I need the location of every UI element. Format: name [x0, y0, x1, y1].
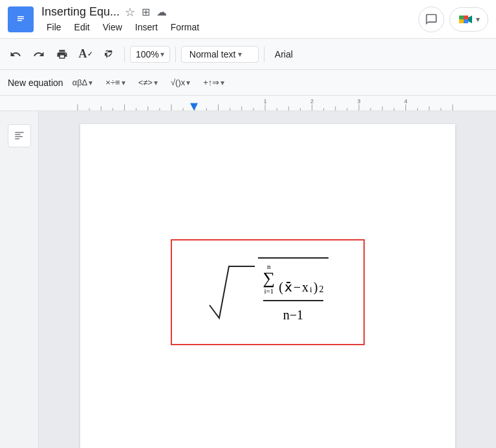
doc-title-text: Inserting Equ... [41, 5, 120, 19]
outline-icon[interactable] [8, 124, 31, 147]
folder-icon[interactable]: ⊞ [142, 6, 150, 18]
main-area: n ∑ i=1 ( x̄ − x i ) [0, 111, 496, 448]
print-button[interactable] [52, 44, 72, 65]
math-chevron: ▾ [186, 78, 190, 87]
cloud-icon[interactable]: ☁ [156, 6, 167, 18]
meet-chevron: ▾ [476, 15, 480, 24]
separator-3 [264, 47, 264, 62]
svg-rect-2 [17, 18, 24, 19]
svg-rect-12 [15, 136, 23, 137]
separator-2 [175, 47, 176, 62]
svg-marker-5 [468, 16, 472, 23]
menu-file[interactable]: File [41, 21, 67, 34]
svg-rect-1 [17, 16, 24, 17]
menu-bar: File Edit View Insert Format [41, 21, 418, 34]
main-toolbar: A✓ 100% ▾ Normal text ▾ Arial [0, 39, 496, 70]
doc-area: n ∑ i=1 ( x̄ − x i ) [39, 111, 496, 448]
svg-rect-9 [464, 16, 468, 19]
relations-button[interactable]: <≠> ▾ [135, 76, 162, 89]
meet-button[interactable]: ▾ [449, 7, 488, 32]
math-ops-label: √()x [171, 78, 185, 87]
paint-format-button[interactable] [98, 44, 119, 65]
svg-rect-10 [15, 132, 23, 133]
operators-label: ×÷≡ [105, 78, 120, 87]
svg-rect-13 [15, 138, 19, 139]
sqrt-content: n ∑ i=1 ( x̄ − x i ) [258, 257, 329, 327]
fraction: n ∑ i=1 ( x̄ − x i ) [263, 262, 324, 323]
superscript-2: 2 [319, 284, 323, 295]
svg-rect-8 [459, 19, 464, 23]
equation-label: New equation [8, 78, 63, 88]
ruler-canvas [0, 96, 496, 111]
spellcheck-button[interactable]: A✓ [75, 44, 96, 65]
ruler [0, 96, 496, 111]
x-i: x [302, 280, 308, 295]
title-bar: Inserting Equ... ☆ ⊞ ☁ File Edit View In… [0, 0, 496, 39]
doc-page: n ∑ i=1 ( x̄ − x i ) [80, 124, 455, 448]
math-ops-button[interactable]: √()x ▾ [167, 76, 194, 89]
right-icons: ▾ [418, 6, 488, 32]
arrows-button[interactable]: +↑⇒ ▾ [199, 76, 228, 89]
font-selector[interactable]: Arial [270, 47, 298, 62]
operators-button[interactable]: ×÷≡ ▾ [102, 76, 129, 89]
star-icon[interactable]: ☆ [125, 5, 135, 19]
zoom-value: 100% [136, 49, 159, 59]
op-chevron: ▾ [122, 78, 125, 87]
svg-rect-3 [17, 20, 22, 21]
redo-button[interactable] [28, 44, 49, 65]
zoom-chevron: ▾ [160, 50, 164, 59]
sigma: ∑ [263, 270, 275, 287]
separator-1 [124, 47, 125, 62]
svg-rect-6 [459, 16, 464, 19]
x-bar: x̄ [285, 279, 292, 295]
menu-view[interactable]: View [98, 21, 127, 34]
svg-rect-7 [464, 19, 468, 23]
menu-format[interactable]: Format [166, 21, 204, 34]
arrows-label: +↑⇒ [203, 78, 219, 87]
style-value: Normal text [189, 49, 236, 59]
menu-insert[interactable]: Insert [130, 21, 163, 34]
zoom-selector[interactable]: 100% ▾ [130, 46, 170, 63]
minus-sign: − [294, 280, 301, 295]
greek-letters-button[interactable]: αβΔ ▾ [69, 76, 97, 89]
doc-title: Inserting Equ... ☆ ⊞ ☁ [41, 5, 418, 19]
greek-letters-label: αβΔ [72, 78, 88, 87]
subscript-i: i [310, 284, 312, 295]
frac-denominator: n−1 [283, 303, 303, 323]
svg-rect-11 [15, 134, 20, 135]
style-chevron: ▾ [238, 50, 242, 59]
fraction-line [263, 300, 324, 301]
sqrt-large-symbol [206, 253, 258, 331]
frac-numerator: n ∑ i=1 ( x̄ − x i ) [263, 262, 324, 299]
title-section: Inserting Equ... ☆ ⊞ ☁ File Edit View In… [41, 5, 418, 34]
svg-rect-0 [16, 14, 26, 25]
summation: n ∑ i=1 [263, 262, 275, 295]
title-icons: ☆ ⊞ ☁ [125, 5, 167, 19]
app-icon [8, 6, 34, 32]
equation-toolbar: New equation αβΔ ▾ ×÷≡ ▾ <≠> ▾ √()x ▾ +↑… [0, 70, 496, 96]
n-minus-1: n−1 [283, 308, 303, 322]
equation-box[interactable]: n ∑ i=1 ( x̄ − x i ) [171, 239, 365, 345]
relations-label: <≠> [138, 78, 153, 87]
style-selector[interactable]: Normal text ▾ [181, 46, 259, 63]
comment-button[interactable] [418, 6, 444, 32]
arrows-chevron: ▾ [221, 78, 224, 87]
open-paren: ( [279, 280, 283, 295]
sum-lower: i=1 [264, 287, 274, 295]
rel-chevron: ▾ [154, 78, 158, 87]
left-sidebar [0, 111, 39, 448]
menu-edit[interactable]: Edit [69, 21, 95, 34]
greek-chevron: ▾ [89, 78, 92, 87]
undo-button[interactable] [5, 44, 26, 65]
close-paren: ) [314, 280, 318, 295]
equation-content: n ∑ i=1 ( x̄ − x i ) [206, 253, 329, 331]
